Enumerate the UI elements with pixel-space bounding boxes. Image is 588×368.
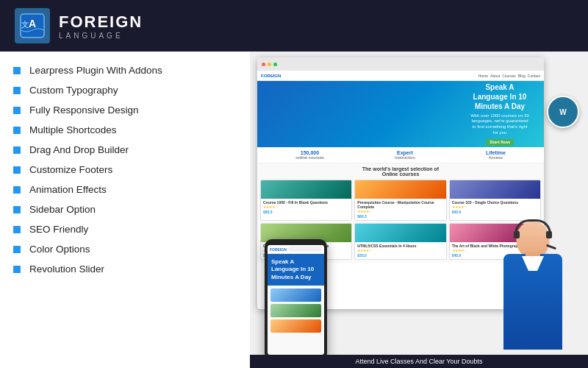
phone-course-2 [270,304,321,317]
wp-icon: W [559,108,566,116]
course-image [355,180,445,199]
site-hero: Speak A Language In 10 Minutes A Day Wit… [257,81,544,147]
phone-hero: Speak A Language In 10 Minutes A Day [268,254,324,286]
course-price: $35.0 [357,253,443,258]
course-stars: ★★★★☆ [357,248,443,252]
logo-title: FOREIGN [59,13,143,32]
feature-label: Multiple Shortcodes [29,124,117,135]
course-info: Course 1000 - Fill In Blank Questions ★★… [261,199,351,216]
courses-title: The world's largest selection of Online … [260,166,541,177]
phone-search [288,247,322,252]
feature-label: Sidebar Option [29,204,96,215]
diamond-icon [10,262,24,277]
feature-item: Learpress Plugin With Addons [12,60,238,80]
feature-item: Customize Footers [12,160,238,180]
wordpress-badge: W [547,96,579,128]
bottom-bar: Attend Live Classes And Clear Your Doubt… [250,355,588,368]
feature-item: Animation Effects [12,180,238,199]
phone-body [268,286,324,355]
browser-bar [257,57,544,71]
diamond-icon [10,63,24,78]
feature-label: Animation Effects [29,184,107,195]
course-info: HTML5/CSS Essentials In 4 Hours ★★★★☆ $3… [355,242,445,259]
feature-item: Revolution Slider [12,259,238,279]
course-card: Prerequisites Course - Manipulation Cour… [354,180,446,221]
site-nav: FOREIGN Home About Courses Blog Contact [257,71,544,81]
phone-mockup: FOREIGN Speak A Language In 10 Minutes A… [265,239,327,361]
logo-subtitle: LANGUAGE [59,32,143,40]
svg-text:A: A [29,18,36,29]
browser-dot-close [262,63,265,66]
phone-hero-text: Speak A Language In 10 Minutes A Day [271,258,320,281]
diamond-icon [10,83,24,98]
hero-btn[interactable]: Start Now [486,139,514,146]
hero-sub: With over 1000 courses on 50 languages, … [470,113,529,136]
course-card: Course 1000 - Fill In Blank Questions ★★… [260,180,352,221]
course-card: HTML5/CSS Essentials In 4 Hours ★★★★☆ $3… [354,223,446,260]
hero-tagline: Speak A Language In 10 Minutes A Day [470,82,529,111]
nav-link-contact: Contact [528,74,540,78]
course-title: Prerequisites Course - Manipulation Cour… [357,200,443,209]
stat-access: Lifetime Access [486,150,506,160]
feature-label: Custom Typography [29,85,118,96]
feature-label: Customize Footers [29,164,112,175]
course-stars: ★★★★☆ [357,209,443,213]
feature-label: Learpress Plugin With Addons [29,65,162,76]
site-hero-text: Speak A Language In 10 Minutes A Day Wit… [470,82,529,146]
feature-label: Fully Responsive Design [29,105,139,116]
nav-link-home: Home [478,74,488,78]
site-nav-logo: FOREIGN [261,74,281,78]
feature-panel: Learpress Plugin With AddonsCustom Typog… [0,52,250,368]
header: A 文 FOREIGN LANGUAGE [0,0,588,52]
course-info: Prerequisites Course - Manipulation Cour… [355,199,445,220]
feature-item: Fully Responsive Design [12,100,238,120]
feature-list: Learpress Plugin With AddonsCustom Typog… [12,60,238,279]
feature-item: Drag And Drop Builder [12,140,238,160]
diamond-icon [10,103,24,118]
customer-service-person [481,213,584,368]
nav-link-courses: Courses [502,74,516,78]
bottom-text: Attend Live Classes And Clear Your Doubt… [355,358,482,365]
feature-label: SEO Friendly [29,224,88,235]
feature-item: Multiple Shortcodes [12,120,238,140]
feature-label: Color Options [29,244,90,255]
course-image [355,224,445,242]
feature-item: Color Options [12,239,238,259]
stat-courses: 150,000 online courses [295,150,324,160]
diamond-icon [10,242,24,257]
diamond-icon [10,143,24,158]
course-price: $60.3 [357,214,443,219]
course-image [450,180,540,199]
feature-item: Sidebar Option [12,199,238,219]
diamond-icon [10,123,24,138]
preview-panel: FOREIGN Home About Courses Blog Contact … [250,52,588,368]
phone-course-1 [270,289,321,302]
stats-bar: 150,000 online courses Expert Instructio… [257,147,544,163]
logo-text: FOREIGN LANGUAGE [59,13,143,40]
nav-link-about: About [490,74,500,78]
feature-item: Custom Typography [12,80,238,100]
feature-item: SEO Friendly [12,219,238,239]
svg-text:文: 文 [21,21,29,29]
course-image [261,180,351,199]
phone-course-3 [270,319,321,333]
diamond-icon [10,163,24,177]
browser-dot-min [268,63,271,66]
stat-instruction: Expert Instruction [395,150,415,160]
feature-label: Revolution Slider [29,263,104,275]
phone-nav: FOREIGN [268,245,324,254]
phone-screen: FOREIGN Speak A Language In 10 Minutes A… [268,245,324,355]
browser-dot-max [273,63,277,66]
diamond-icon [10,183,24,197]
feature-label: Drag And Drop Builder [29,144,129,155]
course-price: $50.5 [263,210,349,214]
course-stars: ★★★★☆ [452,205,538,209]
logo-icon: A 文 [15,8,50,43]
diamond-icon [10,202,24,217]
course-stars: ★★★★☆ [263,205,349,209]
phone-logo: FOREIGN [270,247,287,252]
nav-link-blog: Blog [518,74,526,78]
diamond-icon [10,222,24,237]
main-content: Learpress Plugin With AddonsCustom Typog… [0,52,588,368]
site-nav-links: Home About Courses Blog Contact [478,74,540,78]
